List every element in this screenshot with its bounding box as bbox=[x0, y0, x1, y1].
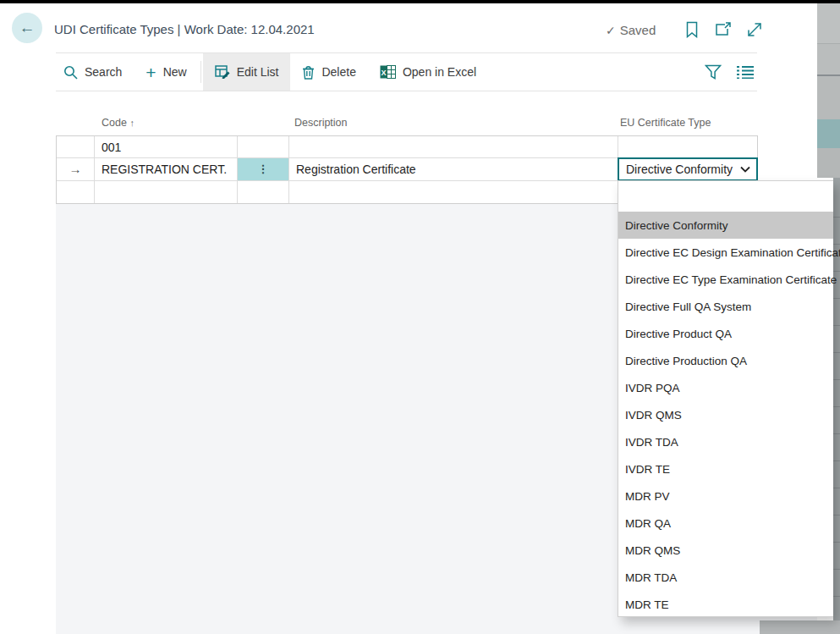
column-header-description[interactable]: Description bbox=[294, 117, 348, 129]
svg-text:X: X bbox=[381, 69, 386, 77]
new-label: New bbox=[163, 65, 187, 79]
vertical-ellipsis-icon: ⋮ bbox=[258, 163, 269, 175]
dropdown-option[interactable]: Directive EC Design Examination Certific… bbox=[618, 239, 833, 266]
dropdown-option[interactable]: IVDR TE bbox=[618, 455, 833, 482]
description-cell[interactable] bbox=[289, 136, 618, 158]
app-window: ← UDI Certificate Types | Work Date: 12.… bbox=[0, 0, 840, 634]
dropdown-option[interactable] bbox=[618, 185, 833, 212]
sort-ascending-icon: ↑ bbox=[129, 118, 135, 128]
bookmark-icon[interactable] bbox=[684, 20, 700, 39]
back-arrow-icon: ← bbox=[19, 19, 36, 37]
delete-label: Delete bbox=[321, 65, 355, 79]
eu-certificate-type-select[interactable]: Directive Conformity bbox=[618, 157, 758, 180]
background-strip-segment bbox=[817, 3, 840, 44]
toolbar-divider bbox=[200, 61, 201, 83]
back-button[interactable]: ← bbox=[12, 13, 42, 43]
dropdown-option[interactable]: MDR TDA bbox=[618, 564, 833, 591]
column-header-code[interactable]: Code ↑ bbox=[102, 117, 135, 129]
background-strip-teal-segment bbox=[817, 119, 840, 148]
code-cell[interactable]: REGISTRATION CERT. bbox=[95, 158, 238, 180]
open-in-excel-label: Open in Excel bbox=[403, 65, 476, 79]
dropdown-option[interactable]: Directive Full QA System bbox=[618, 293, 833, 320]
description-cell[interactable] bbox=[289, 181, 618, 203]
open-in-excel-button[interactable]: X Open in Excel bbox=[368, 53, 488, 91]
background-strip-segment bbox=[817, 148, 840, 178]
row-actions-cell[interactable] bbox=[238, 136, 289, 158]
current-row-pointer[interactable]: → bbox=[57, 158, 95, 180]
dropdown-option[interactable]: MDR PV bbox=[618, 482, 833, 510]
dropdown-option[interactable]: Directive Product QA bbox=[618, 320, 833, 347]
search-button[interactable]: Search bbox=[56, 53, 134, 91]
delete-button[interactable]: Delete bbox=[290, 53, 367, 91]
dropdown-option[interactable]: Directive Conformity bbox=[618, 212, 833, 239]
plus-icon: + bbox=[145, 63, 156, 81]
code-cell[interactable] bbox=[95, 181, 238, 203]
page-title: UDI Certificate Types | Work Date: 12.04… bbox=[54, 22, 315, 36]
search-label: Search bbox=[85, 65, 122, 79]
dropdown-option[interactable]: Directive EC Type Examination Certificat… bbox=[618, 266, 833, 293]
eu-certificate-type-cell[interactable] bbox=[618, 136, 757, 158]
background-bottom-block bbox=[760, 620, 840, 634]
edit-list-button[interactable]: Edit List bbox=[203, 53, 291, 91]
row-actions-ellipsis[interactable]: ⋮ bbox=[238, 158, 289, 180]
row-actions-cell[interactable] bbox=[238, 181, 289, 203]
action-toolbar: Search + New Edit List Delete X bbox=[56, 52, 757, 91]
row-selector-cell[interactable] bbox=[57, 136, 95, 158]
dropdown-option[interactable]: MDR QMS bbox=[618, 537, 833, 564]
choose-view-icon[interactable] bbox=[737, 53, 754, 91]
top-black-bar bbox=[0, 0, 840, 3]
select-value: Directive Conformity bbox=[626, 163, 733, 176]
dropdown-list: Directive ConformityDirective EC Design … bbox=[618, 180, 833, 617]
new-button[interactable]: + New bbox=[134, 53, 198, 91]
dropdown-option[interactable]: Directive Production QA bbox=[618, 347, 833, 374]
background-strip-segment bbox=[817, 76, 840, 119]
background-window-strip bbox=[817, 3, 840, 178]
edit-list-label: Edit List bbox=[237, 65, 279, 79]
save-status-label: Saved bbox=[620, 23, 656, 37]
check-icon: ✓ bbox=[606, 24, 616, 37]
column-header-eu-certificate-type[interactable]: EU Certificate Type bbox=[620, 117, 711, 129]
chevron-down-icon bbox=[740, 166, 750, 173]
eu-certificate-type-cell: Directive Conformity bbox=[618, 158, 757, 180]
dropdown-option[interactable]: IVDR QMS bbox=[618, 401, 833, 428]
save-status: ✓ Saved bbox=[606, 23, 656, 37]
code-cell[interactable]: 001 bbox=[95, 136, 238, 158]
row-selector-cell[interactable] bbox=[57, 181, 95, 203]
description-cell[interactable]: Registration Certificate bbox=[289, 158, 618, 180]
dropdown-option[interactable]: IVDR TDA bbox=[618, 428, 833, 455]
dropdown-option[interactable]: IVDR PQA bbox=[618, 374, 833, 401]
expand-icon[interactable] bbox=[746, 20, 763, 39]
row-pointer-icon: → bbox=[69, 162, 82, 176]
open-in-new-window-icon[interactable] bbox=[715, 20, 732, 39]
dropdown-option[interactable]: MDR QA bbox=[618, 510, 833, 537]
dropdown-option[interactable]: MDR TE bbox=[618, 591, 833, 618]
filter-icon[interactable] bbox=[705, 53, 722, 91]
background-strip-segment bbox=[817, 44, 840, 74]
